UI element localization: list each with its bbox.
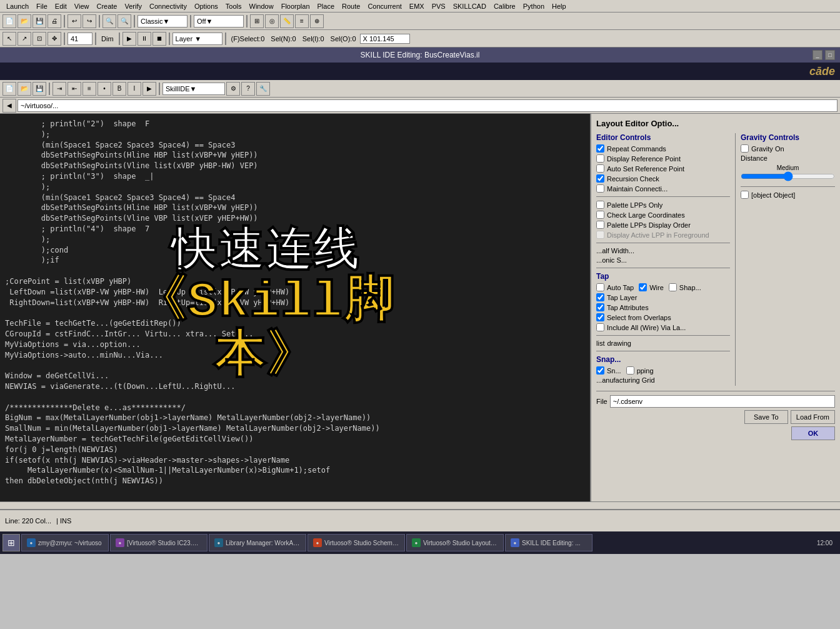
ok-btn[interactable]: OK bbox=[791, 426, 835, 440]
ide-tools-btn[interactable]: 🔧 bbox=[256, 82, 270, 96]
taskbar-start[interactable]: ⊞ bbox=[2, 534, 20, 551]
menu-item-window[interactable]: Window bbox=[246, 1, 278, 11]
menu-item-create[interactable]: Create bbox=[92, 1, 121, 11]
menu-item-file[interactable]: File bbox=[32, 1, 51, 11]
menu-item-view[interactable]: View bbox=[71, 1, 93, 11]
menu-item-route[interactable]: Route bbox=[338, 1, 364, 11]
recursion-check-check[interactable] bbox=[596, 174, 604, 183]
menu-item-tools[interactable]: Tools bbox=[222, 1, 246, 11]
minimize-btn[interactable]: _ bbox=[812, 50, 822, 60]
recursion-check-label: Recursion Check bbox=[607, 175, 659, 183]
menu-item-pvs[interactable]: PVS bbox=[428, 1, 449, 11]
menu-item-calibre[interactable]: Calibre bbox=[490, 1, 519, 11]
selectable-objects-check[interactable] bbox=[741, 191, 749, 199]
style-dropdown[interactable]: Classic ▼ bbox=[138, 15, 188, 28]
select-from-overlaps-check[interactable] bbox=[596, 313, 604, 321]
tap-attributes-check[interactable] bbox=[596, 303, 604, 311]
undo-btn[interactable]: ↩ bbox=[68, 14, 81, 28]
taskbar-item[interactable]: ●zmy@zmyu: ~/virtuoso bbox=[21, 534, 109, 551]
open-btn[interactable]: 📂 bbox=[18, 14, 31, 28]
horizontal-scrollbar[interactable] bbox=[0, 501, 840, 509]
select-btn[interactable]: ↖ bbox=[2, 32, 16, 46]
pause-btn[interactable]: ⏸ bbox=[138, 32, 151, 46]
code-editor[interactable]: ; println("2") shape F ); (min(Space1 Sp… bbox=[0, 114, 590, 501]
stretch-btn[interactable]: ⊡ bbox=[32, 32, 46, 46]
wire-check[interactable] bbox=[639, 283, 647, 291]
palette-lpp-row: Palette LPPs Only bbox=[596, 201, 730, 209]
ide-help-btn[interactable]: ? bbox=[241, 82, 255, 96]
new-btn[interactable]: 📄 bbox=[2, 14, 16, 28]
save-to-btn[interactable]: Save To bbox=[744, 410, 788, 424]
menu-item-emx[interactable]: EMX bbox=[406, 1, 428, 11]
file-input[interactable]: ~/.cdsenv bbox=[610, 395, 835, 408]
auto-set-ref-check[interactable] bbox=[596, 164, 604, 173]
layer-dropdown[interactable]: Layer ▼ bbox=[172, 33, 222, 45]
menu-item-verify[interactable]: Verify bbox=[121, 1, 146, 11]
maintain-conn-check[interactable] bbox=[596, 184, 604, 193]
print-btn[interactable]: 🖨 bbox=[48, 14, 61, 28]
ide-new-btn[interactable]: 📄 bbox=[2, 82, 16, 96]
pping-check[interactable] bbox=[626, 366, 634, 375]
menu-item-connectivity[interactable]: Connectivity bbox=[146, 1, 191, 11]
menu-item-help[interactable]: Help bbox=[548, 1, 570, 11]
move-btn[interactable]: ✥ bbox=[48, 32, 61, 46]
ide-italic-btn[interactable]: I bbox=[128, 82, 141, 96]
ide-listbul-btn[interactable]: • bbox=[98, 82, 111, 96]
menu-item-skillcad[interactable]: SKILLCAD bbox=[449, 1, 490, 11]
load-from-btn[interactable]: Load From bbox=[791, 410, 835, 424]
auto-tap-check[interactable] bbox=[596, 283, 604, 291]
menu-item-python[interactable]: Python bbox=[519, 1, 548, 11]
back-btn[interactable]: ◀ bbox=[2, 99, 16, 113]
off-dropdown[interactable]: Off ▼ bbox=[194, 15, 244, 28]
menu-item-edit[interactable]: Edit bbox=[51, 1, 71, 11]
menu-item-floorplan[interactable]: Floorplan bbox=[278, 1, 314, 11]
grid-btn[interactable]: ⊞ bbox=[250, 14, 264, 28]
redo-btn[interactable]: ↪ bbox=[82, 14, 96, 28]
ide-indent-btn[interactable]: ⇥ bbox=[52, 82, 66, 96]
taskbar-item[interactable]: ●SKILL IDE Editing: ... bbox=[505, 534, 592, 551]
tap-layer-check[interactable] bbox=[596, 293, 604, 301]
taskbar-item[interactable]: ●Library Manager: WorkArea: /... bbox=[209, 534, 306, 551]
taskbar-item[interactable]: ●[Virtuoso® Studio IC23.1 – Lo... bbox=[110, 534, 208, 551]
zoom-in-btn[interactable]: 🔍 bbox=[102, 14, 116, 28]
include-all-wire-check[interactable] bbox=[596, 323, 604, 331]
maximize-btn[interactable]: □ bbox=[825, 50, 835, 60]
auto-tap-label: Auto Tap bbox=[607, 284, 634, 291]
ide-outdent-btn[interactable]: ⇤ bbox=[68, 82, 81, 96]
display-ref-check[interactable] bbox=[596, 154, 604, 163]
ide-open-btn[interactable]: 📂 bbox=[18, 82, 31, 96]
zoom-out-btn[interactable]: 🔍 bbox=[118, 14, 131, 28]
manufacturing-grid-row: ...anufacturing Grid bbox=[596, 376, 730, 384]
menu-item-launch[interactable]: Launch bbox=[2, 1, 32, 11]
gravity-slider[interactable] bbox=[741, 171, 835, 181]
via-btn[interactable]: ⊕ bbox=[310, 14, 324, 28]
taskbar-item[interactable]: ●Virtuoso® Studio Schematic E... bbox=[308, 534, 405, 551]
run-btn[interactable]: ▶ bbox=[122, 32, 136, 46]
check-large-coord-check[interactable] bbox=[596, 211, 604, 219]
ide-settings-btn[interactable]: ⚙ bbox=[226, 82, 240, 96]
snap-btn[interactable]: ◎ bbox=[265, 14, 279, 28]
ide-listnum-btn[interactable]: ≡ bbox=[82, 82, 96, 96]
snap-check-check[interactable] bbox=[596, 366, 604, 375]
ide-save-btn[interactable]: 💾 bbox=[32, 82, 46, 96]
layers-btn[interactable]: ≡ bbox=[295, 14, 309, 28]
ruler-btn[interactable]: 📏 bbox=[280, 14, 294, 28]
palette-display-order-check[interactable] bbox=[596, 221, 604, 229]
shape-check[interactable] bbox=[669, 283, 677, 291]
ide-bold-btn[interactable]: B bbox=[112, 82, 126, 96]
stop-btn[interactable]: ⏹ bbox=[152, 32, 166, 46]
taskbar-item[interactable]: ●Virtuoso® Studio Layout Suit... bbox=[406, 534, 504, 551]
ide-run2-btn[interactable]: ▶ bbox=[142, 82, 156, 96]
select-from-overlaps-label: Select from Overlaps bbox=[607, 314, 671, 321]
gravity-on-check[interactable] bbox=[741, 144, 749, 153]
repeat-commands-check[interactable] bbox=[596, 144, 604, 153]
gravity-on-label: Gravity On bbox=[751, 145, 784, 153]
save-btn[interactable]: 💾 bbox=[32, 14, 46, 28]
skill-dropdown[interactable]: SkillIDE ▼ bbox=[162, 83, 225, 95]
deselect-btn[interactable]: ↗ bbox=[18, 32, 31, 46]
palette-lpp-check[interactable] bbox=[596, 201, 604, 209]
menu-item-place[interactable]: Place bbox=[314, 1, 339, 11]
value-input[interactable]: 41 bbox=[68, 33, 92, 45]
menu-item-concurrent[interactable]: Concurrent bbox=[364, 1, 405, 11]
menu-item-options[interactable]: Options bbox=[191, 1, 222, 11]
